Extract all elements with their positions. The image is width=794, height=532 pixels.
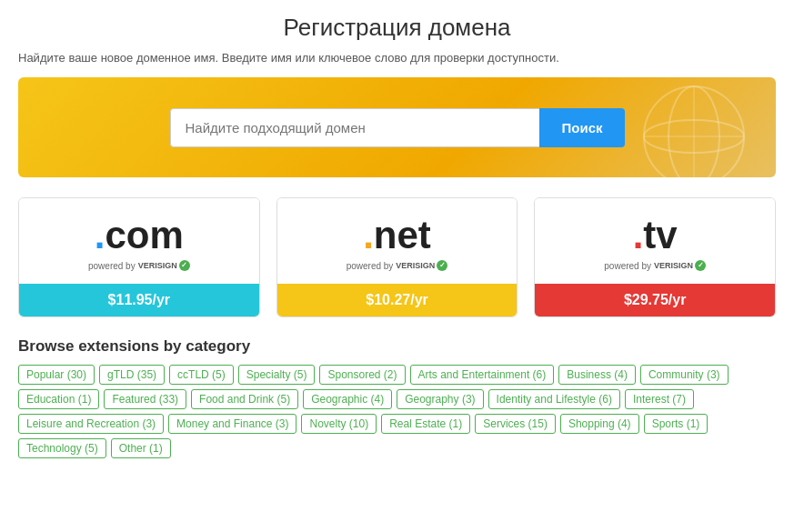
tags-container: Popular (30)gTLD (35)ccTLD (5)Specialty … — [18, 365, 776, 458]
category-title: Browse extensions by category — [18, 337, 776, 356]
page-subtitle: Найдите ваше новое доменное имя. Введите… — [18, 51, 776, 65]
dot-tv: . — [633, 214, 644, 256]
verisign-check-icon-tv: ✓ — [695, 260, 706, 271]
tag-item[interactable]: Food and Drink (5) — [191, 389, 298, 409]
tag-item[interactable]: Shopping (4) — [560, 414, 639, 434]
domain-name-com: .com — [28, 216, 250, 255]
globe-decoration-icon — [621, 82, 767, 177]
dot-com: . — [95, 214, 106, 256]
tag-item[interactable]: gTLD (35) — [99, 365, 165, 385]
tag-item[interactable]: Popular (30) — [18, 365, 95, 385]
verisign-check-icon: ✓ — [179, 260, 190, 271]
tag-item[interactable]: Interest (7) — [625, 389, 694, 409]
tag-item[interactable]: Geography (3) — [397, 389, 483, 409]
domain-card-net: .net powered by VERISIGN ✓ $10.27/yr — [276, 197, 518, 317]
search-input[interactable] — [170, 108, 540, 147]
tag-item[interactable]: Sponsored (2) — [319, 365, 405, 385]
search-banner: Поиск — [18, 77, 776, 177]
powered-by-com: powered by VERISIGN ✓ — [28, 260, 250, 271]
domain-price-net[interactable]: $10.27/yr — [277, 284, 518, 316]
tag-item[interactable]: Arts and Entertainment (6) — [410, 365, 555, 385]
domain-price-com[interactable]: $11.95/yr — [19, 284, 259, 316]
tag-item[interactable]: Money and Finance (3) — [168, 414, 296, 434]
tag-item[interactable]: Identity and Lifestyle (6) — [488, 389, 620, 409]
tag-item[interactable]: Real Estate (1) — [381, 414, 470, 434]
dot-net: . — [363, 214, 374, 256]
tag-item[interactable]: Other (1) — [111, 438, 171, 458]
tag-item[interactable]: Sports (1) — [644, 414, 709, 434]
powered-by-tv: powered by VERISIGN ✓ — [544, 260, 766, 271]
tag-item[interactable]: Specialty (5) — [238, 365, 316, 385]
tag-item[interactable]: Novelty (10) — [301, 414, 377, 434]
search-button[interactable]: Поиск — [539, 108, 624, 147]
domain-card-tv: .tv powered by VERISIGN ✓ $29.75/yr — [534, 197, 776, 317]
verisign-check-icon-net: ✓ — [437, 260, 447, 271]
domain-card-tv-body: .tv powered by VERISIGN ✓ — [535, 198, 775, 284]
tag-item[interactable]: Education (1) — [18, 389, 99, 409]
domain-name-net: .net — [286, 216, 508, 255]
tag-item[interactable]: Business (4) — [558, 365, 636, 385]
tag-item[interactable]: Leisure and Recreation (3) — [18, 414, 164, 434]
domain-cards-container: .com powered by VERISIGN ✓ $11.95/yr .ne… — [18, 197, 776, 317]
domain-card-net-body: .net powered by VERISIGN ✓ — [277, 198, 518, 284]
tag-item[interactable]: Geographic (4) — [303, 389, 392, 409]
tag-item[interactable]: ccTLD (5) — [169, 365, 234, 385]
tag-item[interactable]: Technology (5) — [18, 438, 106, 458]
domain-name-tv: .tv — [544, 216, 766, 255]
tag-item[interactable]: Featured (33) — [104, 389, 186, 409]
domain-card-com: .com powered by VERISIGN ✓ $11.95/yr — [18, 197, 260, 317]
tag-item[interactable]: Community (3) — [640, 365, 729, 385]
domain-price-tv[interactable]: $29.75/yr — [535, 284, 775, 316]
page-title: Регистрация домена — [18, 14, 776, 42]
category-section: Browse extensions by category Popular (3… — [18, 337, 776, 458]
tag-item[interactable]: Services (15) — [475, 414, 556, 434]
search-form: Поиск — [170, 108, 625, 147]
powered-by-net: powered by VERISIGN ✓ — [286, 260, 508, 271]
domain-card-com-body: .com powered by VERISIGN ✓ — [19, 198, 259, 284]
